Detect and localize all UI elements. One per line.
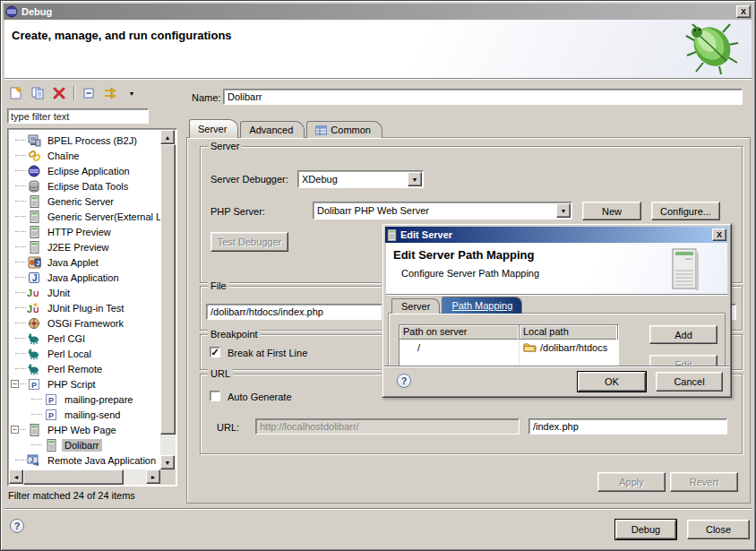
tree-item-java-application[interactable]: JJava Application [8, 270, 160, 285]
column-header-path-on-server[interactable]: Path on server [399, 325, 520, 340]
tree-item-mailing-prepare[interactable]: Pmailing-prepare [8, 392, 160, 407]
dialog-banner: Edit Server Path Mapping Configure Serve… [386, 243, 727, 295]
filter-icon[interactable] [100, 84, 120, 102]
help-glyph: ? [14, 521, 21, 531]
collapse-all-icon[interactable] [79, 84, 99, 102]
help-icon[interactable]: ? [10, 519, 24, 533]
tree-item-java-applet[interactable]: JJava Applet [8, 254, 160, 270]
tree-item-generic-server-external-la[interactable]: Generic Server(External La [8, 209, 160, 224]
cancel-button[interactable]: Cancel [656, 372, 723, 392]
debug-config-window: Debug X Create, manage, and run configur… [0, 0, 756, 551]
close-button[interactable]: Close [687, 520, 750, 539]
tree-connector [15, 338, 26, 339]
svg-text:J: J [36, 260, 39, 266]
toolbar-menu-arrow-icon[interactable]: ▼ [122, 84, 142, 102]
tree-item-label: Dolibarr [62, 439, 102, 452]
tree-item-eclipse-data-tools[interactable]: Eclipse Data Tools [8, 178, 160, 194]
svg-text:P: P [31, 380, 37, 389]
auto-generate-checkbox[interactable] [210, 391, 220, 401]
chevron-down-icon[interactable]: ▼ [556, 203, 571, 218]
revert-button[interactable]: Revert [670, 472, 738, 492]
config-tree: BPEL Process (B2J)ChaîneEclipse Applicat… [7, 128, 177, 486]
dialog-tab-content: Path on server Local path / /dolibarr/ht… [388, 313, 726, 367]
chevron-down-icon[interactable]: ▼ [408, 172, 422, 186]
tree-connector [31, 414, 42, 415]
java-app-icon: J [27, 271, 41, 284]
tree-item-junit-plug-in-test[interactable]: JUJUnit Plug-in Test [8, 300, 160, 315]
tree-item-mailing-send[interactable]: Pmailing-send [8, 407, 160, 422]
vertical-scroll-thumb[interactable] [160, 144, 176, 435]
scroll-right-icon[interactable]: ► [146, 469, 160, 484]
tree-item-bpel-process-b2j-[interactable]: BPEL Process (B2J) [8, 133, 160, 148]
php-server-combo[interactable]: Dolibarr PHP Web Server ▼ [313, 202, 572, 220]
tab-server[interactable]: Server [189, 119, 238, 138]
delete-icon[interactable] [49, 84, 69, 102]
tree-item-dolibarr[interactable]: Dolibarr [8, 437, 160, 452]
server-icon [27, 240, 41, 254]
add-mapping-button[interactable]: Add [649, 325, 717, 344]
break-first-line-checkbox[interactable]: ✓ [210, 347, 220, 357]
tree-item-eclipse-application[interactable]: Eclipse Application [8, 163, 160, 178]
name-input-value: Dolibarr [228, 91, 262, 102]
column-header-local-path[interactable]: Local path [520, 325, 618, 340]
configure-button[interactable]: Configure... [651, 202, 720, 220]
dialog-help-icon[interactable]: ? [397, 374, 411, 388]
tree-item-http-preview[interactable]: HTTP Preview [8, 224, 160, 239]
cell-path-on-server: / [399, 340, 520, 355]
dialog-tab-server[interactable]: Server [391, 298, 440, 314]
scroll-up-icon[interactable]: ▲ [160, 130, 175, 144]
tree-item-perl-remote[interactable]: Perl Remote [8, 361, 160, 376]
tree-item-remote-java-application[interactable]: JRemote Java Application [8, 452, 160, 468]
name-input[interactable]: Dolibarr [223, 89, 743, 105]
server-debugger-combo[interactable]: XDebug ▼ [297, 170, 424, 188]
path-mapping-table[interactable]: Path on server Local path / /dolibarr/ht… [399, 324, 619, 367]
dialog-tab-path-mapping[interactable]: Path Mapping [442, 297, 522, 314]
ok-button[interactable]: OK [578, 372, 646, 392]
tree-item-junit[interactable]: JUJUnit [8, 285, 160, 300]
dialog-titlebar[interactable]: Edit Server X [385, 227, 728, 243]
database-icon [27, 179, 41, 193]
tree-item-perl-cgi[interactable]: Perl CGI [8, 331, 160, 346]
window-close-button[interactable]: X [736, 5, 751, 18]
tree-vertical-scrollbar[interactable]: ▲ ▼ [160, 130, 176, 469]
tree-item-label: mailing-prepare [62, 393, 135, 406]
tree-connector [15, 323, 26, 323]
tree-item-cha-ne[interactable]: Chaîne [8, 148, 160, 163]
svg-text:J: J [27, 304, 32, 314]
filter-input[interactable]: type filter text [7, 108, 149, 124]
duplicate-icon[interactable] [28, 84, 47, 102]
window-titlebar[interactable]: Debug X [4, 4, 752, 20]
breakpoint-group-title: Breakpoint [208, 329, 261, 340]
tree-connector [15, 368, 26, 369]
tree-item-j2ee-preview[interactable]: J2EE Preview [8, 239, 160, 254]
php-icon: P [27, 377, 41, 391]
scroll-down-icon[interactable]: ▼ [160, 455, 175, 469]
tree-item-perl-local[interactable]: Perl Local [8, 346, 160, 361]
dialog-close-button[interactable]: X [712, 228, 726, 241]
configure-button-label: Configure... [660, 206, 711, 217]
test-debugger-button[interactable]: Test Debugger [210, 232, 288, 252]
apply-button[interactable]: Apply [597, 472, 666, 492]
checkmark-icon: ✓ [210, 348, 219, 357]
debug-button-label: Debug [631, 524, 660, 535]
new-server-button[interactable]: New [582, 202, 641, 220]
tab-common[interactable]: Common [306, 121, 382, 138]
php-server-label: PHP Server: [210, 206, 265, 217]
tab-advanced[interactable]: Advanced [240, 121, 305, 138]
tree-item-osgi-framework[interactable]: OSGi Framework [8, 315, 160, 331]
url-label: URL: [217, 422, 239, 433]
horizontal-scroll-thumb[interactable] [23, 469, 124, 485]
tree-item-php-web-page[interactable]: −PHP Web Page [8, 422, 160, 437]
server-group-title: Server [208, 141, 242, 151]
tree-item-generic-server[interactable]: Generic Server [8, 194, 160, 209]
new-launch-config-icon[interactable] [6, 84, 26, 102]
table-row[interactable]: / /dolibarr/htdocs [399, 340, 618, 355]
debug-button[interactable]: Debug [615, 520, 676, 539]
tree-horizontal-scrollbar[interactable]: ◄ ► [9, 469, 160, 485]
tree-connector [15, 170, 26, 171]
tree-connector [15, 383, 26, 384]
bpel-process-icon [27, 133, 41, 147]
url-path-input[interactable]: /index.php [528, 418, 727, 435]
tree-item-php-script[interactable]: −PPHP Script [8, 376, 160, 392]
scroll-left-icon[interactable]: ◄ [9, 469, 23, 484]
